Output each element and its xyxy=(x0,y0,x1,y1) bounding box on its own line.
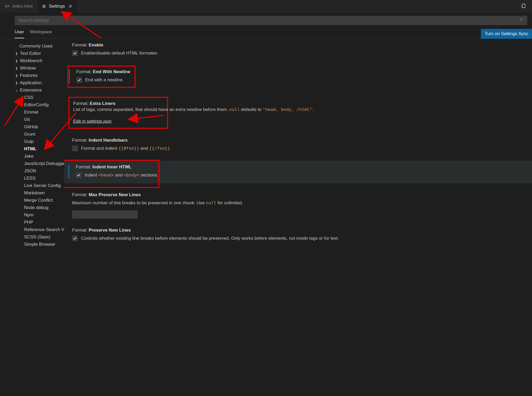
settings-sidebar: Commonly Used Text Editor Workbench Wind… xyxy=(0,39,64,396)
setting-name: Enable xyxy=(89,42,103,47)
setting-description: Format and indent {{#foo}} and {{/foo}}. xyxy=(81,145,171,152)
modified-indicator xyxy=(69,69,70,83)
svg-point-3 xyxy=(45,6,45,7)
sidebar-item-commonly-used[interactable]: Commonly Used xyxy=(19,42,64,50)
chevron-right-icon xyxy=(15,59,18,63)
settings-slider-icon xyxy=(42,4,46,8)
sidebar-item-gulp[interactable]: Gulp xyxy=(15,138,64,145)
sidebar-item-github[interactable]: GitHub xyxy=(15,123,64,131)
checkbox-end-with-newline[interactable] xyxy=(76,77,82,83)
setting-name: Extra Liners xyxy=(90,101,115,106)
html-file-icon: <> xyxy=(5,4,10,9)
sidebar-item-scss[interactable]: SCSS (Sass) xyxy=(15,233,64,241)
sidebar-item-window[interactable]: Window xyxy=(15,65,64,72)
setting-description: End with a newline. xyxy=(85,77,123,83)
annotation-highlight-box: Format: End With Newline End with a newl… xyxy=(67,66,136,88)
setting-name: Indent Inner HTML xyxy=(92,164,131,169)
sidebar-item-less[interactable]: LESS xyxy=(15,175,64,182)
setting-prefix: Format: xyxy=(72,228,88,233)
settings-sync-button[interactable]: Turn on Settings Sync xyxy=(481,29,532,39)
setting-description: Enable/disable default HTML formatter. xyxy=(81,50,158,57)
sidebar-item-extensions[interactable]: Extensions xyxy=(15,87,64,94)
setting-name: Indent Handlebars xyxy=(89,138,127,143)
sidebar-item-application[interactable]: Application xyxy=(15,79,64,87)
sidebar-item-html[interactable]: HTML xyxy=(15,145,64,153)
code-literal: {{/foo}} xyxy=(149,146,170,151)
setting-format-extra-liners: Format: Extra Liners Edit in settings.js… xyxy=(68,97,524,129)
sidebar-item-workbench[interactable]: Workbench xyxy=(15,57,64,65)
setting-description: Indent <head> and <body> sections. xyxy=(85,172,158,179)
scope-tab-workspace[interactable]: Workspace xyxy=(30,29,52,38)
sidebar-item-git[interactable]: Git xyxy=(15,116,64,123)
chevron-right-icon xyxy=(15,81,18,85)
checkbox-indent-inner-html[interactable] xyxy=(76,172,82,178)
checkbox-indent-handlebars[interactable] xyxy=(72,146,78,151)
sidebar-item-live-server-config[interactable]: Live Server Config xyxy=(15,182,64,189)
code-literal: <body> xyxy=(124,173,139,178)
sidebar-item-text-editor[interactable]: Text Editor xyxy=(15,50,64,57)
search-input[interactable] xyxy=(15,16,527,25)
setting-description: List of tags, comma separated, that shou… xyxy=(73,106,532,113)
setting-prefix: Format: xyxy=(72,138,88,143)
setting-prefix: Format: xyxy=(72,192,88,197)
code-literal: null xyxy=(229,107,240,112)
scope-tab-user[interactable]: User xyxy=(15,29,24,38)
sidebar-item-editorconfig[interactable]: EditorConfig xyxy=(15,101,64,109)
tab-label: Settings xyxy=(49,4,65,9)
chevron-down-icon xyxy=(15,88,18,92)
setting-prefix: Format: xyxy=(76,69,92,74)
code-literal: <head> xyxy=(98,173,114,178)
tab-label: index.html xyxy=(12,4,33,9)
sidebar-item-npm[interactable]: Npm xyxy=(15,211,64,219)
setting-prefix: Format: xyxy=(73,101,89,106)
filter-icon[interactable] xyxy=(519,18,524,23)
code-literal: null xyxy=(206,200,216,205)
setting-format-preserve-new-lines: Format: Preserve New Lines Controls whet… xyxy=(72,228,524,242)
sidebar-item-simple-browser[interactable]: Simple Browser xyxy=(15,241,64,248)
tab-index-html[interactable]: <> index.html xyxy=(0,0,37,13)
setting-description: Maximum number of line breaks to be pres… xyxy=(72,200,524,206)
sidebar-item-grunt[interactable]: Grunt xyxy=(15,131,64,138)
open-settings-json-icon[interactable] xyxy=(521,3,532,10)
sidebar-item-emmet[interactable]: Emmet xyxy=(15,109,64,116)
chevron-right-icon xyxy=(15,74,18,77)
sidebar-item-features[interactable]: Features xyxy=(15,72,64,79)
setting-prefix: Format: xyxy=(72,42,88,47)
setting-format-indent-handlebars: Format: Indent Handlebars Format and ind… xyxy=(72,138,524,152)
edit-in-settings-json-link[interactable]: Edit in settings.json xyxy=(73,119,111,124)
svg-point-1 xyxy=(43,5,44,6)
tab-bar: <> index.html Settings ✕ xyxy=(0,0,532,13)
sidebar-item-jake[interactable]: Jake xyxy=(15,153,64,160)
modified-indicator xyxy=(68,164,69,179)
setting-name: Preserve New Lines xyxy=(89,228,131,233)
tab-settings[interactable]: Settings ✕ xyxy=(37,0,78,13)
sidebar-item-css[interactable]: CSS xyxy=(15,94,64,101)
sidebar-item-markdown[interactable]: Markdown xyxy=(15,189,64,197)
setting-name: End With Newline xyxy=(93,69,130,74)
sidebar-item-merge-conflict[interactable]: Merge Conflict xyxy=(15,197,64,204)
checkbox-format-enable[interactable] xyxy=(72,50,78,56)
max-preserve-new-lines-input[interactable] xyxy=(72,210,138,219)
setting-format-max-preserve-new-lines: Format: Max Preserve New Lines Maximum n… xyxy=(72,192,524,218)
sidebar-item-reference-search[interactable]: Reference Search V... xyxy=(15,226,64,233)
chevron-right-icon xyxy=(15,52,18,55)
checkbox-preserve-new-lines[interactable] xyxy=(72,236,78,241)
chevron-right-icon xyxy=(15,66,18,70)
sidebar-item-javascript-debugger[interactable]: JavaScript Debugger xyxy=(15,160,64,167)
svg-point-5 xyxy=(43,7,44,8)
setting-prefix: Format: xyxy=(76,164,91,169)
code-literal: {{#foo}} xyxy=(119,146,139,151)
sidebar-item-json[interactable]: JSON xyxy=(15,167,64,175)
setting-format-end-with-newline: Format: End With Newline End with a newl… xyxy=(67,66,524,88)
setting-name: Max Preserve New Lines xyxy=(89,192,141,197)
setting-description: Controls whether existing line breaks be… xyxy=(81,235,339,242)
setting-format-indent-inner-html: Format: Indent Inner HTML Indent <head> … xyxy=(64,161,532,183)
code-literal: "head, body, /html" xyxy=(263,107,312,112)
sidebar-item-php[interactable]: PHP xyxy=(15,219,64,226)
close-icon[interactable]: ✕ xyxy=(68,3,73,10)
sidebar-item-node-debug[interactable]: Node debug xyxy=(15,204,64,211)
settings-content: Format: Enable Enable/disable default HT… xyxy=(64,39,532,396)
setting-format-enable: Format: Enable Enable/disable default HT… xyxy=(72,42,524,57)
